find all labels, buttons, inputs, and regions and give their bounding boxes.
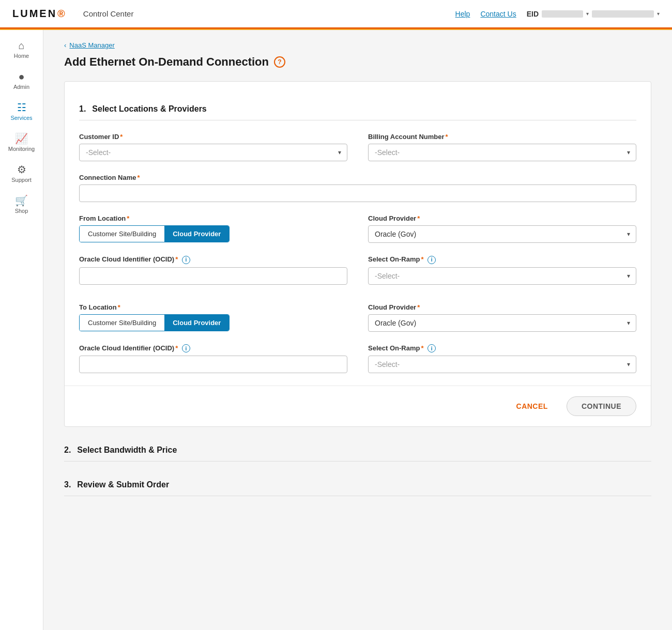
from-ramp-required: * [421,255,423,263]
billing-account-select[interactable]: -Select- [368,144,636,161]
to-on-ramp-info-icon[interactable]: i [427,344,436,352]
sidebar-item-home[interactable]: ⌂ Home [3,35,41,64]
step1-label: Select Locations & Providers [92,104,206,114]
to-location-group: To Location* Customer Site/Building Clou… [79,303,347,332]
spacer [79,297,636,303]
step3-header: 3. Review & Submit Order [64,472,651,496]
step2-label: Select Bandwidth & Price [77,445,177,455]
step3-section: 3. Review & Submit Order [64,472,651,496]
connection-name-group: Connection Name* [79,174,636,202]
main-content: ‹ NaaS Manager Add Ethernet On-Demand Co… [43,29,672,630]
from-customer-site-btn[interactable]: Customer Site/Building [80,226,164,242]
contact-link[interactable]: Contact Us [480,10,516,18]
from-cloud-provider-wrapper: Oracle (Gov) ▾ [368,225,636,243]
to-cloud-provider-btn[interactable]: Cloud Provider [164,315,229,331]
to-ocid-input[interactable] [79,356,347,373]
step1-card: 1. Select Locations & Providers Customer… [64,81,651,427]
from-location-label: From Location* [79,214,347,222]
to-cloud-provider-wrapper: Oracle (Gov) ▾ [368,314,636,332]
user-chevron[interactable]: ▾ [657,11,660,17]
top-navigation: LUMEN® Control Center Help Contact Us EI… [0,0,672,29]
page-help-icon[interactable]: ? [274,56,285,68]
cancel-button[interactable]: CANCEL [508,398,556,414]
step3-number: 3. [64,480,71,489]
from-on-ramp-select[interactable]: -Select- [368,267,636,285]
to-ocid-required: * [175,344,178,352]
from-ocid-label: Oracle Cloud Identifier (OCID)* i [79,255,347,264]
page-title: Add Ethernet On-Demand Connection [64,55,269,69]
continue-button[interactable]: CONTINUE [567,396,636,416]
customer-id-group: Customer ID* -Select- ▾ [79,133,347,161]
from-ocid-info-icon[interactable]: i [182,256,190,264]
sidebar-item-admin[interactable]: ● Admin [3,66,41,95]
billing-account-label: Billing Account Number* [368,133,636,141]
app-title: Control Center [83,9,134,18]
step2-section: 2. Select Bandwidth & Price [64,437,651,462]
connection-required: * [138,174,140,181]
to-ocid-info-icon[interactable]: i [182,344,190,352]
home-icon: ⌂ [18,40,24,51]
step1-header: 1. Select Locations & Providers [79,96,636,120]
sidebar-item-shop[interactable]: 🛒 Shop [3,190,41,219]
to-location-label: To Location* [79,303,347,311]
billing-select-wrapper: -Select- ▾ [368,144,636,161]
from-cloud-provider-select[interactable]: Oracle (Gov) [368,225,636,243]
sidebar-label-support: Support [11,177,32,183]
step2-header: 2. Select Bandwidth & Price [64,437,651,462]
from-cloud-provider-label: Cloud Provider* [368,214,636,222]
to-on-ramp-wrapper: -Select- ▾ [368,356,636,373]
services-icon: ☷ [17,102,26,113]
row-from-ocid: Oracle Cloud Identifier (OCID)* i Select… [79,255,636,285]
from-ocid-input[interactable] [79,267,347,285]
step1-number: 1. [79,104,86,114]
support-icon: ⚙ [17,164,26,175]
breadcrumb: ‹ NaaS Manager [64,41,651,49]
layout: ⌂ Home ● Admin ☷ Services 📈 Monitoring ⚙… [0,29,672,630]
billing-account-group: Billing Account Number* -Select- ▾ [368,133,636,161]
to-cloud-required: * [417,303,420,311]
from-on-ramp-label: Select On-Ramp* i [368,255,636,264]
from-on-ramp-wrapper: -Select- ▾ [368,267,636,285]
row-customer-billing: Customer ID* -Select- ▾ Billing Account … [79,133,636,161]
billing-required: * [446,133,448,141]
from-cloud-provider-btn[interactable]: Cloud Provider [164,226,229,242]
from-on-ramp-info-icon[interactable]: i [427,256,436,264]
from-on-ramp-group: Select On-Ramp* i -Select- ▾ [368,255,636,285]
breadcrumb-arrow: ‹ [64,41,66,49]
monitoring-icon: 📈 [15,133,28,144]
sidebar-label-shop: Shop [15,208,28,214]
to-ramp-required: * [421,344,423,352]
to-ocid-label: Oracle Cloud Identifier (OCID)* i [79,344,347,353]
shop-icon: 🛒 [15,195,28,206]
sidebar-item-services[interactable]: ☷ Services [3,97,41,126]
customer-id-label: Customer ID* [79,133,347,141]
admin-icon: ● [18,71,24,82]
form-footer: CANCEL CONTINUE [65,386,651,426]
to-on-ramp-select[interactable]: -Select- [368,356,636,373]
to-cloud-provider-label: Cloud Provider* [368,303,636,311]
breadcrumb-parent[interactable]: NaaS Manager [69,41,114,49]
from-location-group: From Location* Customer Site/Building Cl… [79,214,347,243]
user-value [592,10,654,18]
logo: LUMEN® [12,8,67,20]
eid-label: EID [527,10,539,18]
customer-id-select[interactable]: -Select- [79,144,347,161]
to-on-ramp-label: Select On-Ramp* i [368,344,636,353]
from-cloud-required: * [417,214,420,222]
sidebar-item-support[interactable]: ⚙ Support [3,159,41,188]
connection-name-label: Connection Name* [79,174,636,181]
to-cloud-provider-select[interactable]: Oracle (Gov) [368,314,636,332]
connection-name-input[interactable] [79,185,636,202]
to-customer-site-btn[interactable]: Customer Site/Building [80,315,164,331]
from-cloud-provider-group: Cloud Provider* Oracle (Gov) ▾ [368,214,636,243]
from-location-toggle: Customer Site/Building Cloud Provider [79,225,230,242]
page-title-container: Add Ethernet On-Demand Connection ? [64,55,651,69]
to-ocid-group: Oracle Cloud Identifier (OCID)* i [79,344,347,374]
eid-chevron[interactable]: ▾ [586,11,589,17]
sidebar-item-monitoring[interactable]: 📈 Monitoring [3,128,41,157]
nav-right: Help Contact Us EID ▾ ▾ [455,10,660,18]
row-from-location: From Location* Customer Site/Building Cl… [79,214,636,243]
help-link[interactable]: Help [455,10,470,18]
to-location-toggle: Customer Site/Building Cloud Provider [79,314,230,331]
step3-label: Review & Submit Order [77,480,169,489]
